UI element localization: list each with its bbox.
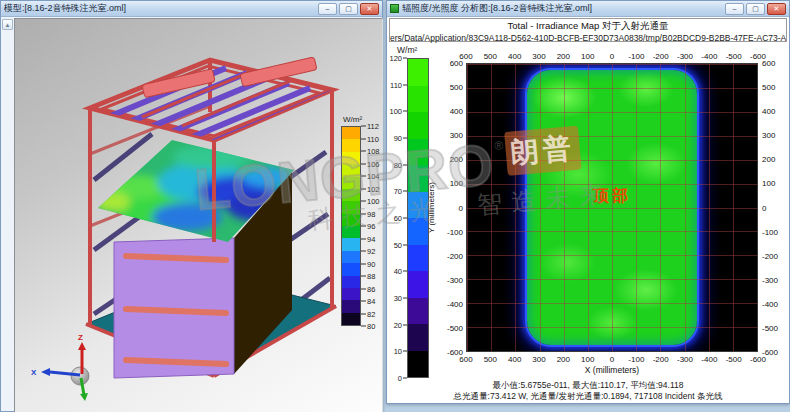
colorbar-segment — [408, 218, 428, 245]
axis-triad: Z X — [31, 333, 89, 401]
tick-label: -300 — [677, 355, 693, 364]
cage-top-frame — [90, 57, 332, 143]
tick-label: 110 — [390, 80, 407, 89]
colorbar-segment — [342, 127, 360, 139]
tick-label: 88 — [361, 272, 375, 281]
tick-label: 600 — [459, 355, 472, 364]
y-axis-ticks-right: 6005004003002001000-100-200-300-400-500-… — [761, 63, 786, 352]
tick-label: 82 — [361, 309, 375, 318]
tick-label: -100 — [628, 355, 644, 364]
colorbar-segment — [342, 238, 360, 250]
tick-label: 500 — [484, 52, 497, 61]
colorbar-segment — [342, 214, 360, 226]
tick-label: -600 — [750, 355, 766, 364]
colorbar-segment — [342, 226, 360, 238]
map-colorbar: 1201101009080706050403020100 — [391, 58, 429, 378]
plot-gridlines — [467, 64, 757, 351]
tick-label: -500 — [726, 52, 742, 61]
scroll-up-arrow-icon[interactable]: ▲ — [2, 19, 13, 30]
tick-label: 300 — [532, 355, 545, 364]
model-legend: W/m² 11211010810610410210098969492908886… — [341, 115, 383, 326]
tick-label: 80 — [361, 322, 375, 331]
tick-label: 102 — [361, 184, 380, 193]
colorbar-segment — [408, 165, 428, 192]
colorbar-segment — [408, 59, 428, 86]
z-axis-label: Z — [78, 333, 83, 342]
close-button[interactable]: ✕ — [767, 3, 786, 15]
tick-label: 96 — [361, 222, 375, 231]
tick-label: 500 — [450, 83, 463, 92]
model-window: 模型:[8.16-2音特殊注光室.oml] – ▢ ✕ ▲ — [0, 0, 383, 412]
tick-label: -400 — [447, 299, 463, 308]
colorbar-segment — [342, 288, 360, 300]
maximize-button[interactable]: ▢ — [339, 3, 358, 15]
tick-label: 84 — [361, 297, 375, 306]
tick-label: 400 — [508, 355, 521, 364]
x-axis-ticks-top: 6005004003002001000-100-200-300-400-500-… — [466, 52, 758, 61]
minimize-button[interactable]: – — [318, 3, 337, 15]
y-axis-ticks-left: 6005004003002001000-100-200-300-400-500-… — [439, 63, 464, 352]
tick-label: -400 — [701, 355, 717, 364]
model-3d-viewport[interactable]: Z X W/m² 1121101081061041021009896949290… — [14, 18, 383, 412]
model-3d-scene: Z X — [15, 19, 383, 412]
tick-label: 10 — [394, 347, 407, 356]
model-window-controls: – ▢ ✕ — [318, 3, 379, 15]
tick-label: 40 — [394, 267, 407, 276]
tick-label: 30 — [394, 294, 407, 303]
maximize-button[interactable]: ▢ — [746, 3, 765, 15]
tick-label: 200 — [762, 155, 775, 164]
y-axis-title: Y (millimeters) — [427, 164, 438, 252]
tick-label: 400 — [762, 107, 775, 116]
map-window-titlebar[interactable]: 辐照度/光照度 分析图:[8.16-2音特殊注光室.oml] – ▢ ✕ — [387, 1, 789, 17]
tick-label: 100 — [361, 197, 380, 206]
model-left-rail: ▲ — [1, 18, 14, 411]
tick-label: -200 — [762, 251, 778, 260]
tick-label: 20 — [394, 320, 407, 329]
colorbar-segment — [342, 177, 360, 189]
tick-label: 106 — [361, 159, 380, 168]
tick-label: 200 — [557, 52, 570, 61]
tick-label: 94 — [361, 234, 375, 243]
tick-label: -100 — [762, 227, 778, 236]
colorbar-segment — [342, 164, 360, 176]
tick-label: 500 — [484, 355, 497, 364]
tick-label: 86 — [361, 284, 375, 293]
tick-label: 400 — [450, 107, 463, 116]
tick-label: 80 — [394, 160, 407, 169]
x-axis-label: X — [31, 368, 37, 377]
tick-label: -300 — [762, 275, 778, 284]
tick-label: -200 — [447, 251, 463, 260]
tick-label: 100 — [762, 179, 775, 188]
colorbar-segment — [342, 251, 360, 263]
tick-label: 0 — [610, 355, 614, 364]
colorbar-segment — [342, 152, 360, 164]
tick-label: -200 — [653, 355, 669, 364]
tick-label: 100 — [450, 179, 463, 188]
tick-label: 120 — [389, 54, 407, 63]
map-window-controls: – ▢ ✕ — [725, 3, 786, 15]
colorbar-segment — [342, 201, 360, 213]
map-annotation: 顶部 — [593, 186, 631, 207]
tick-label: 200 — [557, 355, 570, 364]
minimize-button[interactable]: – — [725, 3, 744, 15]
tick-label: 70 — [394, 187, 407, 196]
irradiance-map-plot[interactable]: 顶部 — [466, 63, 758, 352]
stats-flux-rays: 总光通量:73.412 W, 光通量/发射光通量:0.1894, 717108 … — [387, 391, 789, 403]
tick-label: 500 — [762, 83, 775, 92]
irradiance-map-window: 辐照度/光照度 分析图:[8.16-2音特殊注光室.oml] – ▢ ✕ Tot… — [386, 0, 790, 404]
colorbar-segment — [408, 192, 428, 219]
tick-label: 90 — [361, 259, 375, 268]
colorbar-segment — [342, 189, 360, 201]
colorbar-segment — [408, 86, 428, 113]
tick-label: 0 — [762, 203, 766, 212]
tick-label: 0 — [459, 203, 463, 212]
map-header: Total - Irradiance Map 对于入射光通量 ers/Data/… — [389, 18, 787, 42]
model-window-titlebar[interactable]: 模型:[8.16-2音特殊注光室.oml] – ▢ ✕ — [1, 1, 382, 17]
desktop: { "desktop": { "background": "#b9cfe3" }… — [0, 0, 790, 412]
colorbar-segment — [408, 139, 428, 166]
tick-label: -400 — [701, 52, 717, 61]
tick-label: 600 — [762, 59, 775, 68]
tick-label: 108 — [361, 147, 380, 156]
map-colorbar-ticks: 1201101009080706050403020100 — [391, 58, 407, 378]
close-button[interactable]: ✕ — [360, 3, 379, 15]
